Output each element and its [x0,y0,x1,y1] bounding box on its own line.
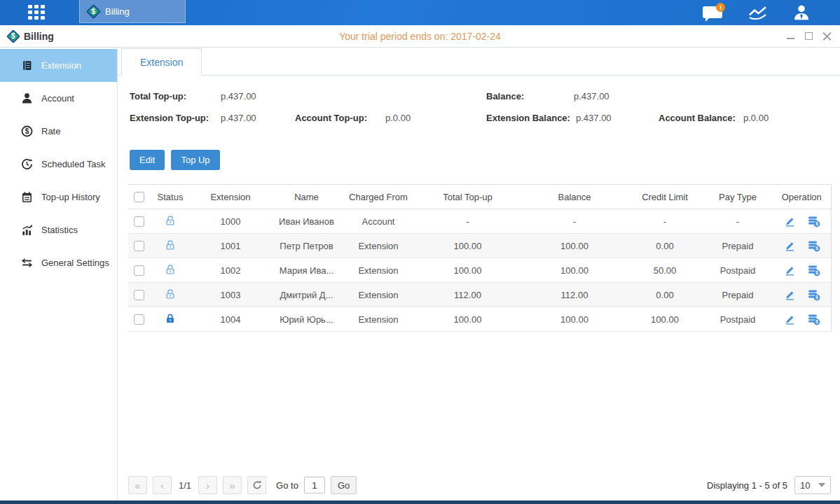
edit-row-icon[interactable] [783,289,796,300]
reports-chart-icon[interactable] [748,5,769,20]
bar-chart-icon [21,224,33,236]
refresh-icon [252,480,262,490]
window-title: $ Billing [8,31,54,42]
action-buttons: Edit Top Up [130,150,840,170]
col-extension: Extension [191,185,270,209]
minimize-icon[interactable] [786,31,795,41]
maximize-icon[interactable] [804,31,813,41]
sidebar-item-account[interactable]: Account [0,82,117,115]
first-page-button[interactable]: « [128,476,147,494]
table-footer: « ‹ 1/1 › » Go to Go Displaying 1 - 5 of… [128,475,831,495]
notifications-icon[interactable]: ! [703,4,724,21]
top-bar: $ Billing ! [0,0,840,25]
cell-total-topup: 100.00 [413,258,522,283]
sidebar-item-general-settings[interactable]: General Settings [0,246,117,279]
cell-credit-limit: 0.00 [627,234,703,258]
edit-row-icon[interactable] [783,265,796,276]
cell-balance: 100.00 [522,258,627,283]
unlocked-icon [165,215,176,226]
refresh-button[interactable] [247,476,266,494]
col-balance: Balance [522,185,627,209]
total-topup-label: Total Top-up: [130,91,186,102]
table-row: 1000 Иван Иванов Account - - - - $ [128,209,831,234]
cell-balance: - [522,209,627,234]
main-content: Extension Total Top-up: p.437.00 Balance… [118,48,840,500]
goto-page-input[interactable] [304,477,325,493]
edit-button[interactable]: Edit [130,150,165,170]
tab-strip: Extension [118,48,840,76]
sidebar-label: Scheduled Task [41,159,106,169]
cell-extension: 1001 [191,234,270,258]
last-page-button[interactable]: » [223,476,242,494]
balance-summary: Total Top-up: p.437.00 Balance: p.437.00… [118,76,840,140]
cell-name: Петр Петров [270,234,343,258]
close-icon[interactable] [822,31,832,41]
extensions-table: Status Extension Name Charged From Total… [128,184,832,332]
sidebar-label: Rate [41,126,60,136]
sidebar-item-topup-history[interactable]: Top-up History [0,181,117,214]
col-credit-limit: Credit Limit [627,185,703,209]
go-button[interactable]: Go [331,476,357,494]
top-up-row-icon[interactable]: $ [807,265,820,276]
cell-charged-from: Extension [343,283,413,307]
extension-balance-value: p.437.00 [576,113,612,123]
window-title-bar: $ Billing Your trial period ends on: 201… [0,25,840,48]
cell-credit-limit: 0.00 [627,283,703,307]
sidebar-item-scheduled-task[interactable]: Scheduled Task [0,148,117,181]
locked-icon [165,313,176,324]
top-up-row-icon[interactable]: $ [807,240,820,252]
tab-extension[interactable]: Extension [121,48,202,76]
app-launcher-grid-icon[interactable] [28,5,48,20]
extension-topup-value: p.437.00 [221,113,256,123]
extension-balance-label: Extension Balance: [486,113,570,123]
cell-pay-type: Prepaid [703,283,773,307]
cell-pay-type: Postpaid [703,258,773,283]
prev-page-button[interactable]: ‹ [153,476,172,494]
sidebar-item-statistics[interactable]: Statistics [0,214,117,246]
account-topup-label: Account Top-up: [295,113,367,123]
unlocked-icon [165,264,176,275]
edit-row-icon[interactable] [783,240,796,251]
svg-text:$: $ [815,295,818,300]
account-balance-label: Account Balance: [659,113,736,123]
svg-text:$: $ [815,270,818,276]
svg-text:$: $ [815,246,818,251]
row-checkbox[interactable] [134,216,144,227]
user-account-icon[interactable] [792,4,811,21]
cell-total-topup: - [413,209,522,234]
svg-text:$: $ [25,127,29,135]
top-up-row-icon[interactable]: $ [807,289,820,301]
edit-row-icon[interactable] [783,314,796,325]
taskbar-tab-billing[interactable]: $ Billing [79,0,186,23]
cell-credit-limit: 100.00 [627,307,703,332]
table-row: 1002 Мария Ива... Extension 100.00 100.0… [128,258,831,283]
sidebar-label: Top-up History [41,192,100,202]
edit-row-icon[interactable] [783,216,796,227]
row-checkbox[interactable] [134,290,144,300]
next-page-button[interactable]: › [198,476,217,494]
unlocked-icon [165,239,176,251]
billing-app-icon: $ [86,4,101,18]
cell-charged-from: Extension [343,307,413,332]
col-charged-from: Charged From [343,185,413,209]
window-bottom-edge [0,500,840,504]
cell-total-topup: 100.00 [413,307,522,332]
row-checkbox[interactable] [134,265,144,276]
sidebar-item-extension[interactable]: Extension [0,49,117,82]
top-up-row-icon[interactable]: $ [807,314,820,326]
account-topup-value: p.0.00 [385,113,411,123]
row-checkbox[interactable] [134,314,144,325]
cell-extension: 1002 [191,258,270,283]
cell-extension: 1000 [191,209,270,234]
cell-charged-from: Extension [343,258,413,283]
cell-pay-type: Postpaid [703,307,773,332]
top-up-button[interactable]: Top Up [171,150,219,170]
displaying-text: Displaying 1 - 5 of 5 [707,480,787,491]
row-checkbox[interactable] [134,241,144,251]
top-up-row-icon[interactable]: $ [807,216,820,227]
col-name: Name [270,185,343,209]
page-size-select[interactable]: 10 [794,476,831,494]
trial-message: Your trial period ends on: 2017-02-24 [0,31,840,42]
select-all-checkbox[interactable] [134,192,144,202]
sidebar-item-rate[interactable]: $ Rate [0,115,117,148]
